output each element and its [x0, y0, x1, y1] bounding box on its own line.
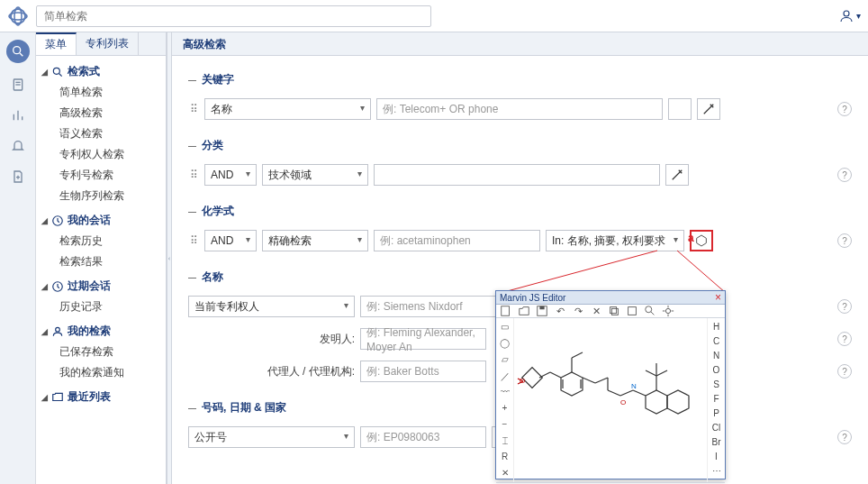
tree-item[interactable]: 生物序列检索 — [59, 186, 162, 206]
svg-marker-43 — [646, 390, 667, 414]
cls-operator-select[interactable]: AND — [204, 164, 257, 186]
marvin-title-bar[interactable]: Marvin JS Editor × — [496, 291, 725, 305]
app-logo — [7, 5, 29, 27]
keyword-input[interactable]: 例: Telecom+ OR phone — [376, 98, 663, 120]
tree-item[interactable]: 语义检索 — [59, 123, 162, 144]
element-O[interactable]: O — [713, 365, 720, 375]
element-Br[interactable]: Br — [712, 437, 721, 447]
zoom-icon[interactable] — [644, 305, 656, 317]
undo-icon[interactable]: ↶ — [554, 305, 566, 317]
rail-search-icon[interactable] — [6, 40, 30, 63]
number-field-select[interactable]: 公开号 — [188, 426, 355, 448]
rail-document-icon[interactable] — [9, 76, 27, 94]
chain-tool-icon[interactable]: 〰 — [500, 387, 511, 397]
element-N[interactable]: N — [713, 351, 719, 361]
chem-mode-select[interactable]: 精确检索 — [262, 230, 368, 251]
help-icon[interactable]: ? — [837, 299, 852, 314]
chem-operator-select[interactable]: AND — [204, 230, 257, 251]
svg-marker-17 — [697, 235, 707, 246]
keyword-wand-button[interactable] — [697, 98, 720, 120]
element-P[interactable]: P — [713, 408, 719, 418]
help-icon[interactable]: ? — [837, 102, 852, 116]
tree-item[interactable]: 我的检索通知 — [59, 362, 162, 383]
tree-item[interactable]: 检索结果 — [59, 251, 162, 272]
cls-wand-button[interactable] — [665, 164, 689, 186]
rail-chart-icon[interactable] — [9, 106, 27, 124]
chevron-down-icon: ▾ — [856, 11, 861, 21]
lasso-tool-icon[interactable]: ◯ — [500, 338, 511, 349]
tree-item[interactable]: 历史记录 — [59, 297, 162, 317]
copy-icon[interactable] — [608, 305, 620, 317]
section-chemistry[interactable]: —化学式 — [188, 196, 852, 226]
text-tool-icon[interactable]: ⌶ — [500, 435, 511, 446]
drag-handle-icon[interactable]: ⠿ — [188, 104, 199, 114]
minus-tool-icon[interactable]: − — [500, 419, 511, 430]
close-icon[interactable]: × — [715, 291, 721, 304]
user-menu[interactable]: ▾ — [838, 8, 861, 24]
quick-search[interactable] — [36, 5, 431, 27]
tree-group-2[interactable]: ◢过期会话 — [40, 276, 162, 297]
select-tool-icon[interactable]: ▭ — [500, 322, 511, 333]
plus-tool-icon[interactable]: + — [500, 403, 511, 414]
marvin-editor: Marvin JS Editor × ↶ ↷ ✕ ▭ ◯ ▱ ／ 〰 + − ⌶… — [495, 290, 726, 479]
element-H[interactable]: H — [713, 322, 719, 332]
keyword-field-select[interactable]: 名称 — [204, 98, 371, 120]
paste-icon[interactable] — [626, 305, 638, 317]
open-icon[interactable] — [518, 305, 530, 317]
drag-handle-icon[interactable]: ⠿ — [188, 169, 199, 180]
tree-group-1[interactable]: ◢我的会话 — [40, 210, 162, 231]
save-icon[interactable] — [536, 305, 548, 317]
tree-group-3[interactable]: ◢我的检索 — [40, 321, 162, 342]
redo-icon[interactable]: ↷ — [572, 305, 584, 317]
rail-bell-icon[interactable] — [9, 137, 27, 155]
chem-in-select[interactable]: In: 名称, 摘要, 权利要求 — [546, 230, 684, 251]
rail-export-icon[interactable] — [9, 168, 27, 186]
svg-text:O: O — [520, 377, 525, 385]
help-icon[interactable]: ? — [837, 332, 852, 346]
drag-handle-icon[interactable]: ⠿ — [188, 235, 199, 246]
keyword-extra-button[interactable] — [668, 98, 692, 120]
r-tool-icon[interactable]: R — [500, 452, 511, 462]
help-icon[interactable]: ? — [837, 430, 852, 444]
element-F[interactable]: F — [713, 394, 719, 404]
number-input[interactable]: 例: EP0980063 — [360, 426, 486, 448]
svg-line-36 — [572, 352, 583, 358]
tab-menu[interactable]: 菜单 — [36, 32, 77, 55]
section-keyword[interactable]: —关键字 — [188, 65, 852, 95]
help-icon[interactable]: ? — [837, 168, 852, 182]
element-Cl[interactable]: Cl — [712, 423, 720, 433]
tree-item[interactable]: 已保存检索 — [59, 342, 162, 362]
element-more-icon[interactable]: ⋯ — [712, 466, 721, 476]
structure-canvas[interactable]: O O N — [514, 318, 707, 482]
element-S[interactable]: S — [713, 379, 719, 389]
tree-item[interactable]: 简单检索 — [59, 82, 162, 103]
element-C[interactable]: C — [713, 336, 719, 346]
settings-icon[interactable] — [662, 305, 674, 317]
cut-icon[interactable]: ✕ — [590, 305, 602, 317]
quick-search-input[interactable] — [37, 10, 430, 23]
help-icon[interactable]: ? — [837, 233, 852, 248]
chem-input[interactable]: 例: acetaminophen — [374, 230, 540, 251]
name-field-select[interactable]: 当前专利权人 — [188, 296, 355, 317]
new-icon[interactable] — [500, 305, 512, 317]
tab-patent-list[interactable]: 专利列表 — [77, 32, 139, 55]
x-tool-icon[interactable]: ✕ — [500, 468, 511, 479]
agent-input[interactable]: 例: Baker Botts — [360, 361, 486, 382]
svg-point-28 — [665, 308, 670, 313]
element-I[interactable]: I — [715, 452, 718, 461]
tree-item[interactable]: 专利权人检索 — [59, 144, 162, 165]
erase-tool-icon[interactable]: ▱ — [500, 354, 511, 365]
section-name[interactable]: —名称 — [188, 262, 852, 292]
inventor-input[interactable]: 例: Fleming Alexander, Moyer An — [360, 328, 486, 350]
tree-group-4[interactable]: ◢最近列表 — [40, 387, 162, 407]
svg-line-27 — [651, 312, 655, 315]
tree-item[interactable]: 专利号检索 — [59, 165, 162, 186]
tree-item[interactable]: 检索历史 — [59, 231, 162, 251]
help-icon[interactable]: ? — [837, 364, 852, 379]
tree-group-0[interactable]: ◢检索式 — [40, 61, 162, 82]
tree-item[interactable]: 高级检索 — [59, 103, 162, 123]
cls-field-select[interactable]: 技术领域 — [262, 164, 368, 186]
section-classification[interactable]: —分类 — [188, 131, 852, 160]
cls-input[interactable] — [374, 164, 660, 186]
bond-tool-icon[interactable]: ／ — [500, 370, 511, 381]
